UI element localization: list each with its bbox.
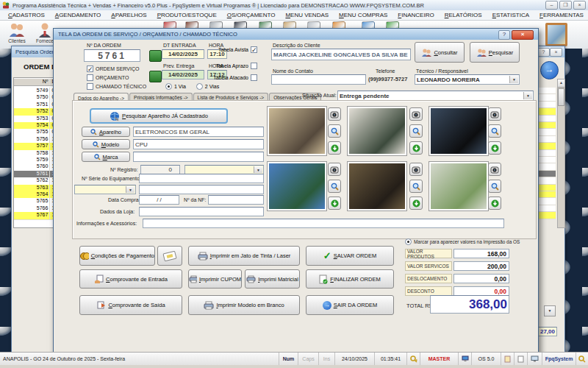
menu-item-ferramentas[interactable]: FERRAMENTAS: [534, 12, 588, 18]
calendar-entry-button[interactable]: [149, 50, 162, 62]
menu-item-aparelhos[interactable]: APARELHOS: [106, 12, 151, 18]
status-dropdown[interactable]: Entrega pendente ▼: [337, 91, 534, 101]
consult-client-button[interactable]: Consultar: [415, 42, 465, 63]
search-client-button[interactable]: Pesquisar: [470, 42, 520, 63]
page-icon[interactable]: [501, 353, 514, 365]
webcam-icon[interactable]: [328, 163, 341, 176]
finalize-order-button[interactable]: FINALIZAR ORDEM: [306, 269, 394, 289]
order-type-2[interactable]: CHAMADO TÉCNICO: [87, 83, 146, 90]
exit-order-button[interactable]: → SAIR DA ORDEM: [306, 295, 394, 315]
search-device-button[interactable]: Pesquisar Aparelho JÁ Cadastrado: [90, 108, 228, 124]
menu-item-os-or-amento[interactable]: OS/ORÇAMENTO: [222, 12, 281, 18]
chevron-down-icon[interactable]: ▼: [254, 166, 262, 173]
aparelho-button[interactable]: Aparelho: [82, 127, 130, 137]
extra-combo[interactable]: ▼: [74, 185, 136, 194]
dialog-titlebar[interactable]: TELA DA ORDEM DE SERVIÇO / ORÇAMENTO / C…: [54, 29, 538, 40]
chevron-down-icon[interactable]: ▼: [126, 186, 135, 193]
menu-item-menu-vendas[interactable]: MENU VENDAS: [280, 12, 334, 18]
webcam-icon[interactable]: [488, 107, 501, 121]
tabela-option-2[interactable]: Tabela Atacado: [204, 74, 257, 81]
delivery-date-field[interactable]: 14/02/2025: [162, 70, 204, 79]
purchase-date-field[interactable]: / /: [139, 195, 179, 205]
orders-scrollbar[interactable]: ▲: [557, 79, 565, 228]
webcam-icon[interactable]: [409, 107, 423, 121]
download-icon[interactable]: [409, 197, 423, 210]
menu-item-relat-rios[interactable]: RELATÓRIOS: [440, 12, 487, 18]
menu-item-produto-estoque[interactable]: PRODUTO/ESTOQUE: [152, 12, 222, 18]
dialog-close-button[interactable]: ×: [512, 30, 534, 40]
store-field[interactable]: [139, 207, 264, 216]
calendar-delivery-button[interactable]: [149, 71, 162, 82]
download-icon[interactable]: [488, 141, 501, 155]
print-coupon-button[interactable]: Imprimir CUPOM: [188, 269, 242, 289]
menu-item-agendamento[interactable]: AGENDAMENTO: [50, 12, 107, 18]
download-icon[interactable]: [488, 197, 501, 210]
search-window-close-button[interactable]: ×: [550, 48, 562, 57]
money-note-button[interactable]: [157, 246, 182, 266]
zoom-icon[interactable]: [328, 180, 341, 193]
zoom-icon[interactable]: [409, 124, 423, 138]
dialog-help-button[interactable]: ?: [498, 30, 510, 40]
contact-field[interactable]: [271, 74, 366, 85]
accessories-field[interactable]: [143, 219, 504, 228]
via-option[interactable]: 2 Vias: [196, 83, 219, 90]
zoom-icon[interactable]: [488, 124, 501, 138]
download-icon[interactable]: [328, 141, 341, 155]
chevron-down-icon[interactable]: ▼: [509, 76, 518, 83]
zoom-icon[interactable]: [409, 180, 423, 193]
close-button[interactable]: ×: [573, 1, 586, 10]
tabela-option-0[interactable]: Tabela Avista✓: [204, 46, 257, 53]
minimize-button[interactable]: –: [545, 1, 558, 10]
download-icon[interactable]: [409, 141, 423, 155]
black-pc-case-photo[interactable]: [429, 107, 488, 155]
bottom-combo-arrow[interactable]: ▼: [544, 305, 556, 316]
save-order-button[interactable]: ✓ SALVAR ORDEM: [306, 246, 394, 266]
scrollbar-up-arrow[interactable]: ▲: [558, 79, 564, 88]
page-icon[interactable]: [514, 353, 528, 365]
picture-frame-icon[interactable]: [545, 23, 567, 46]
chevron-down-icon[interactable]: ▼: [523, 92, 532, 99]
download-icon[interactable]: [328, 197, 341, 210]
toolbar-clients-button[interactable]: Clientes: [4, 21, 30, 48]
webcam-icon[interactable]: [409, 163, 423, 176]
scrollbar-thumb[interactable]: [558, 88, 564, 106]
technician-dropdown[interactable]: LEONARDO MOREIRA ▼: [415, 74, 520, 85]
via-option[interactable]: 1 Via: [165, 83, 186, 90]
menu-item-cadastros[interactable]: CADASTROS: [3, 12, 50, 18]
extra-field[interactable]: [139, 185, 264, 194]
motherboard-photo[interactable]: [268, 162, 326, 210]
marca-field[interactable]: [133, 152, 264, 162]
modelo-field[interactable]: CPU: [133, 139, 264, 149]
print-values-option[interactable]: Marcar para aparecer valores na Impressã…: [405, 238, 520, 245]
aparelho-field[interactable]: ELETRONICOS EM GERAL: [133, 127, 264, 137]
modelo-button[interactable]: Modelo: [82, 139, 130, 149]
menu-item-menu-compras[interactable]: MENU COMPRAS: [334, 12, 392, 18]
print-blank-button[interactable]: Imprimir Modelo em Branco: [188, 295, 300, 315]
tabela-option-1[interactable]: Tabela Aprazo: [204, 63, 257, 69]
order-type-0[interactable]: ✓ORDEM SERVIÇO: [87, 66, 139, 72]
dvd-player-repair-photo[interactable]: [348, 107, 406, 155]
menu-item-estatistica[interactable]: ESTATISTICA: [487, 12, 534, 18]
zoom-icon[interactable]: [488, 180, 501, 193]
webcam-icon[interactable]: [328, 107, 341, 121]
open-pc-case-photo[interactable]: [268, 107, 326, 155]
zoom-icon[interactable]: [328, 124, 341, 138]
order-type-1[interactable]: ORÇAMENTO: [87, 74, 129, 81]
menu-item-financeiro[interactable]: FINANCEIRO: [392, 12, 439, 18]
client-field[interactable]: MARCIA JACKELINE GONCALVES DA SILVA BE: [271, 49, 411, 60]
serial-field[interactable]: [139, 174, 264, 183]
entry-receipt-button[interactable]: Comprovante de Entrada: [79, 269, 182, 289]
payment-terms-button[interactable]: Condições de Pagamento: [79, 246, 155, 266]
cpu-cooler-photo[interactable]: [348, 162, 406, 210]
marca-button[interactable]: Marca: [82, 152, 130, 162]
exit-receipt-button[interactable]: Comprovante de Saída: [79, 295, 182, 315]
invoice-field[interactable]: [208, 195, 264, 205]
display-icon[interactable]: [528, 353, 542, 365]
entry-date-field[interactable]: 14/02/2025: [162, 49, 204, 59]
restore-button[interactable]: ❐: [559, 1, 572, 10]
print-inkjet-button[interactable]: Imprimir em Jato de Tinta / Laser: [188, 246, 300, 266]
search-exit-button[interactable]: →: [540, 61, 559, 79]
search-window-restore-button[interactable]: ?: [537, 48, 550, 57]
order-number-field[interactable]: 5761: [84, 49, 140, 62]
power-boards-photo[interactable]: [429, 162, 488, 210]
